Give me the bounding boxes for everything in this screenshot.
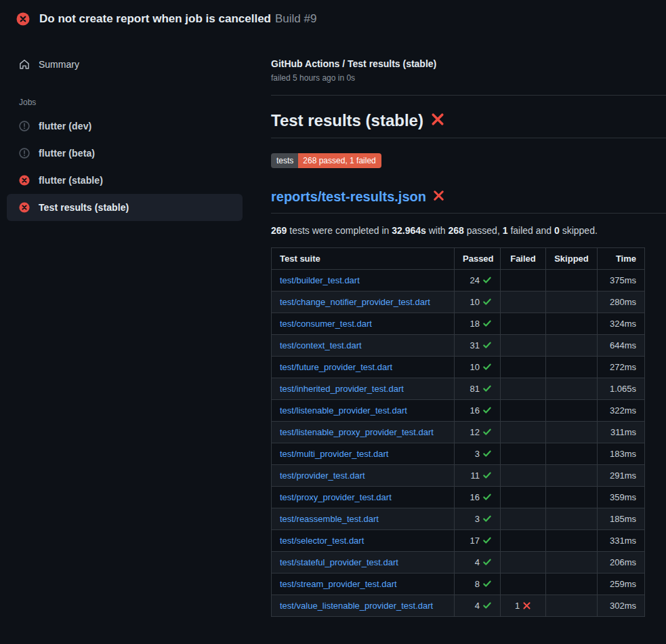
check-icon — [482, 470, 492, 480]
column-header-passed: Passed — [455, 248, 501, 270]
failed-count-cell — [501, 357, 546, 378]
table-header-row: Test suitePassedFailedSkippedTime — [272, 248, 645, 270]
check-icon — [482, 384, 492, 393]
jobs-sidebar: Summary Jobs flutter (dev)flutter (beta)… — [0, 38, 249, 221]
passed-count-cell: 8 — [455, 573, 501, 595]
sidebar-job-item-2[interactable]: flutter (beta) — [7, 140, 243, 167]
test-suite-link[interactable]: test/future_provider_test.dart — [280, 362, 392, 372]
test-suite-link[interactable]: test/stream_provider_test.dart — [280, 579, 397, 589]
summary-number: 269 — [271, 225, 287, 236]
cancelled-icon — [19, 121, 30, 132]
check-run-title-text: Test results (stable) — [271, 110, 423, 131]
passed-count-cell: 4 — [455, 552, 501, 573]
test-suite-link[interactable]: test/selector_test.dart — [280, 536, 364, 546]
x-circle-fill-icon — [16, 12, 30, 26]
table-row: test/change_notifier_provider_test.dart1… — [272, 291, 645, 313]
sidebar-summary-label: Summary — [39, 59, 79, 70]
time-cell: 206ms — [598, 552, 645, 573]
skipped-count-cell — [546, 270, 598, 291]
sidebar-job-item-4[interactable]: Test results (stable) — [7, 194, 243, 221]
test-suite-link[interactable]: test/inherited_provider_test.dart — [280, 384, 404, 394]
home-icon — [19, 59, 30, 70]
failed-count-cell — [501, 291, 546, 313]
test-suite-link[interactable]: test/change_notifier_provider_test.dart — [280, 297, 430, 307]
run-status-line: failed 5 hours ago in 0s — [271, 73, 666, 83]
test-suite-link[interactable]: test/consumer_test.dart — [280, 319, 372, 329]
skipped-count-cell — [546, 530, 598, 552]
summary-number: 1 — [503, 225, 508, 236]
skipped-count-cell — [546, 400, 598, 422]
passed-count-cell: 17 — [455, 530, 501, 552]
test-suite-link[interactable]: test/builder_test.dart — [280, 275, 360, 285]
cancelled-icon — [19, 121, 30, 132]
report-file-link[interactable]: reports/test-results.json — [271, 188, 666, 214]
test-suite-link[interactable]: test/stateful_provider_test.dart — [280, 557, 398, 567]
table-row: test/stream_provider_test.dart8259ms — [272, 573, 645, 595]
passed-count-cell: 10 — [455, 357, 501, 378]
skipped-count-cell — [546, 378, 598, 400]
failed-count: 1 — [515, 601, 520, 611]
sidebar-job-item-3[interactable]: flutter (stable) — [7, 167, 243, 194]
sidebar-job-item-1[interactable]: flutter (dev) — [7, 113, 243, 140]
failed-count-cell: 1 — [501, 595, 546, 617]
check-icon — [482, 427, 492, 437]
x-icon — [522, 601, 531, 610]
test-suite-link[interactable]: test/multi_provider_test.dart — [280, 449, 388, 459]
test-suite-link[interactable]: test/listenable_proxy_provider_test.dart — [280, 427, 434, 437]
summary-text: skipped. — [560, 225, 598, 236]
check-icon — [482, 362, 492, 371]
time-cell: 183ms — [598, 443, 645, 465]
table-row: test/proxy_provider_test.dart16359ms — [272, 487, 645, 508]
tests-status-badge: tests 268 passed, 1 failed — [271, 153, 381, 168]
check-icon — [482, 579, 492, 588]
job-label: flutter (stable) — [39, 175, 103, 186]
table-row: test/selector_test.dart17331ms — [272, 530, 645, 552]
test-suite-link[interactable]: test/provider_test.dart — [280, 470, 365, 481]
check-suite-breadcrumb: GitHub Actions / Test results (stable) — [271, 58, 666, 69]
sidebar-item-summary[interactable]: Summary — [7, 52, 243, 77]
time-cell: 324ms — [598, 313, 645, 335]
passed-count-cell: 16 — [455, 400, 501, 422]
failed-count-cell — [501, 573, 546, 595]
passed-count-cell: 81 — [455, 378, 501, 400]
skipped-count-cell — [546, 508, 598, 530]
passed-count: 24 — [470, 275, 480, 285]
table-row: test/listenable_proxy_provider_test.dart… — [272, 422, 645, 443]
summary-text: with — [426, 225, 449, 236]
test-suite-link[interactable]: test/value_listenable_provider_test.dart — [280, 601, 433, 611]
summary-number: 0 — [554, 225, 560, 236]
failed-icon — [19, 175, 30, 186]
column-header-skipped: Skipped — [546, 248, 598, 270]
passed-count: 16 — [470, 492, 480, 502]
passed-count-cell: 3 — [455, 508, 501, 530]
passed-count: 81 — [470, 384, 480, 394]
failed-count-cell — [501, 422, 546, 443]
time-cell: 302ms — [598, 595, 645, 617]
passed-count: 10 — [470, 297, 480, 307]
test-suite-link[interactable]: test/proxy_provider_test.dart — [280, 492, 392, 502]
test-suite-link[interactable]: test/context_test.dart — [280, 340, 362, 350]
x-circle-fill-icon — [16, 12, 30, 26]
skipped-count-cell — [546, 443, 598, 465]
build-number: Build #9 — [275, 12, 316, 25]
passed-count: 12 — [470, 427, 480, 437]
passed-count: 8 — [475, 579, 480, 589]
table-row: test/inherited_provider_test.dart811.065… — [272, 378, 645, 400]
x-circle-fill-icon — [19, 202, 30, 213]
test-results-table: Test suitePassedFailedSkippedTime test/b… — [271, 247, 645, 617]
passed-count-cell: 3 — [455, 443, 501, 465]
time-cell: 280ms — [598, 291, 645, 313]
summary-number: 32.964s — [392, 225, 426, 236]
passed-count-cell: 24 — [455, 270, 501, 291]
test-summary-line: 269 tests were completed in 32.964s with… — [271, 225, 666, 236]
summary-number: 268 — [449, 225, 464, 236]
test-suite-link[interactable]: test/listenable_provider_test.dart — [280, 405, 407, 416]
check-icon — [482, 492, 492, 502]
test-suite-link[interactable]: test/reassemble_test.dart — [280, 514, 379, 524]
job-label: Test results (stable) — [39, 202, 129, 213]
passed-count: 16 — [470, 405, 480, 416]
failed-count-cell — [501, 443, 546, 465]
table-row: test/reassemble_test.dart3185ms — [272, 508, 645, 530]
jobs-list: flutter (dev)flutter (beta)flutter (stab… — [0, 113, 249, 221]
summary-text: passed, — [464, 225, 503, 236]
